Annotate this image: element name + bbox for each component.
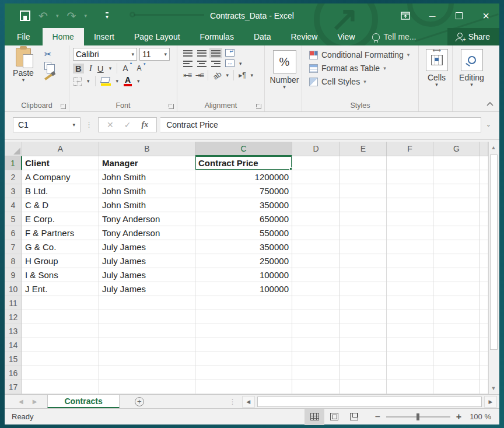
tab-view[interactable]: View <box>327 28 365 45</box>
cell-A10[interactable]: J Ent. <box>22 282 99 296</box>
italic-button[interactable]: I <box>89 64 92 73</box>
cell-C10[interactable]: 100000 <box>195 282 292 296</box>
scroll-right-icon[interactable]: ▶ <box>484 396 497 408</box>
cell-partial-15[interactable] <box>480 352 488 366</box>
cell-G10[interactable] <box>433 282 480 296</box>
cell-A13[interactable] <box>22 324 99 338</box>
cell-C4[interactable]: 350000 <box>195 198 292 212</box>
fill-color-button[interactable] <box>101 77 111 86</box>
cell-C8[interactable]: 250000 <box>195 254 292 268</box>
page-layout-view-button[interactable] <box>324 409 344 425</box>
cell-A6[interactable]: F & Partners <box>22 226 99 240</box>
font-family-select[interactable]: Calibri▾ <box>73 48 137 61</box>
select-all-corner[interactable] <box>5 142 22 156</box>
zoom-out-button[interactable]: − <box>374 412 380 422</box>
cell-G15[interactable] <box>433 352 480 366</box>
cell-A5[interactable]: E Corp. <box>22 212 99 226</box>
tab-formulas[interactable]: Formulas <box>190 28 244 45</box>
bold-button[interactable]: B <box>73 64 84 73</box>
column-header-B[interactable]: B <box>99 142 195 156</box>
cell-B9[interactable]: July James <box>99 268 195 282</box>
cell-G5[interactable] <box>433 212 480 226</box>
cell-B12[interactable] <box>99 310 195 324</box>
cell-partial-10[interactable] <box>480 282 488 296</box>
cell-F2[interactable] <box>387 170 433 184</box>
cell-D10[interactable] <box>292 282 340 296</box>
cell-C12[interactable] <box>195 310 292 324</box>
row-header-12[interactable]: 12 <box>5 310 22 324</box>
cell-B8[interactable]: July James <box>99 254 195 268</box>
row-header-4[interactable]: 4 <box>5 198 22 212</box>
cell-D6[interactable] <box>292 226 340 240</box>
cell-D2[interactable] <box>292 170 340 184</box>
cell-G9[interactable] <box>433 268 480 282</box>
cell-D9[interactable] <box>292 268 340 282</box>
cell-E10[interactable] <box>340 282 387 296</box>
cell-C15[interactable] <box>195 352 292 366</box>
cell-D11[interactable] <box>292 296 340 310</box>
decrease-indent-icon[interactable]: ⇤≡ <box>183 71 191 79</box>
cell-D12[interactable] <box>292 310 340 324</box>
number-dropdown-icon[interactable]: ▾ <box>283 85 286 89</box>
cell-F10[interactable] <box>387 282 433 296</box>
cell-C2[interactable]: 1200000 <box>195 170 292 184</box>
font-color-dropdown-icon[interactable]: ▾ <box>137 79 140 83</box>
column-header-partial[interactable] <box>480 142 488 156</box>
increase-indent-icon[interactable]: ⇥≡ <box>195 71 203 79</box>
top-align-icon[interactable] <box>183 50 192 57</box>
cell-A4[interactable]: C & D <box>22 198 99 212</box>
cell-A11[interactable] <box>22 296 99 310</box>
cell-G6[interactable] <box>433 226 480 240</box>
tab-page-layout[interactable]: Page Layout <box>124 28 190 45</box>
column-header-D[interactable]: D <box>292 142 340 156</box>
cell-partial-8[interactable] <box>480 254 488 268</box>
row-header-11[interactable]: 11 <box>5 296 22 310</box>
cell-B6[interactable]: Tony Anderson <box>99 226 195 240</box>
cell-F12[interactable] <box>387 310 433 324</box>
row-header-16[interactable]: 16 <box>5 366 22 380</box>
minimize-button[interactable]: ─ <box>419 3 446 28</box>
confirm-entry-icon[interactable]: ✓ <box>124 120 131 129</box>
cell-styles-button[interactable]: Cell Styles ▾ <box>309 77 412 86</box>
row-header-10[interactable]: 10 <box>5 282 22 296</box>
cell-A8[interactable]: H Group <box>22 254 99 268</box>
zoom-in-button[interactable]: + <box>456 412 461 422</box>
cell-F15[interactable] <box>387 352 433 366</box>
cell-C3[interactable]: 750000 <box>195 184 292 198</box>
row-header-7[interactable]: 7 <box>5 240 22 254</box>
wrap-text-icon[interactable] <box>225 49 235 57</box>
row-header-3[interactable]: 3 <box>5 184 22 198</box>
cell-B2[interactable]: John Smith <box>99 170 195 184</box>
cell-partial-9[interactable] <box>480 268 488 282</box>
zoom-slider[interactable] <box>386 416 450 418</box>
merge-center-dropdown-icon[interactable]: ▾ <box>239 61 242 66</box>
name-box-dropdown-icon[interactable]: ▾ <box>72 122 75 127</box>
cell-E7[interactable] <box>340 240 387 254</box>
tell-me-box[interactable]: Tell me... <box>365 28 424 45</box>
column-header-G[interactable]: G <box>433 142 480 156</box>
increase-font-size-button[interactable]: A <box>123 64 131 73</box>
cell-G16[interactable] <box>433 366 480 380</box>
cell-B10[interactable]: July James <box>99 282 195 296</box>
cell-F11[interactable] <box>387 296 433 310</box>
cell-B1[interactable]: Manager <box>99 156 195 170</box>
cell-B11[interactable] <box>99 296 195 310</box>
cell-G1[interactable] <box>433 156 480 170</box>
cell-D7[interactable] <box>292 240 340 254</box>
scroll-up-icon[interactable]: ▲ <box>489 142 499 153</box>
cell-B15[interactable] <box>99 352 195 366</box>
cell-G12[interactable] <box>433 310 480 324</box>
row-header-9[interactable]: 9 <box>5 268 22 282</box>
cell-D15[interactable] <box>292 352 340 366</box>
tab-file[interactable]: File <box>5 28 43 45</box>
column-header-E[interactable]: E <box>340 142 387 156</box>
cell-F16[interactable] <box>387 366 433 380</box>
cell-C5[interactable]: 650000 <box>195 212 292 226</box>
row-header-6[interactable]: 6 <box>5 226 22 240</box>
copy-icon[interactable] <box>44 62 51 70</box>
align-center-icon[interactable] <box>197 60 206 67</box>
row-header-8[interactable]: 8 <box>5 254 22 268</box>
decrease-font-size-button[interactable]: A <box>137 64 145 72</box>
close-button[interactable]: × <box>473 3 499 28</box>
row-header-14[interactable]: 14 <box>5 338 22 352</box>
